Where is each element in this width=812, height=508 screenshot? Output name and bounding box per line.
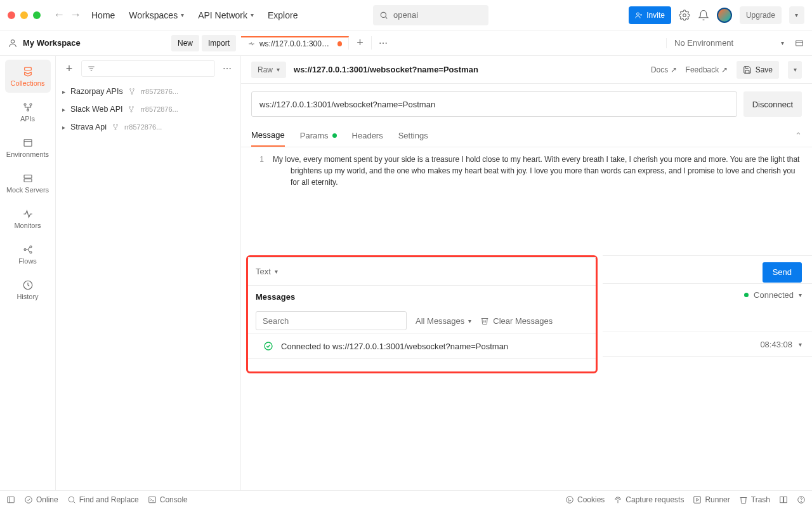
save-menu-button[interactable]: ▾ (788, 61, 802, 79)
clear-messages-button[interactable]: Clear Messages (480, 316, 553, 326)
invite-button[interactable]: Invite (629, 6, 671, 24)
svg-point-2 (637, 13, 639, 15)
environment-selector[interactable]: No Environment (674, 38, 733, 48)
chevron-down-icon: ▾ (277, 66, 280, 73)
tab-options-button[interactable] (372, 36, 395, 50)
svg-point-35 (131, 111, 132, 112)
messages-filter[interactable]: All Messages▾ (416, 316, 471, 326)
nav-forward-icon[interactable]: → (70, 8, 81, 22)
collections-options-button[interactable] (219, 64, 235, 74)
upgrade-menu-button[interactable]: ▾ (789, 6, 804, 24)
svg-point-47 (566, 496, 573, 503)
docs-link[interactable]: Docs ↗ (651, 65, 677, 74)
notifications-icon[interactable] (698, 10, 709, 21)
chevron-down-icon[interactable]: ▾ (799, 291, 802, 298)
svg-rect-40 (8, 497, 15, 502)
new-tab-button[interactable]: + (349, 36, 372, 50)
search-icon (379, 11, 388, 20)
filter-collections-input[interactable] (81, 60, 215, 77)
nav-workspaces[interactable]: Workspaces▾ (129, 10, 184, 20)
settings-icon[interactable] (679, 10, 690, 21)
tab-params[interactable]: Params (300, 124, 337, 147)
chevron-right-icon: ▸ (62, 88, 65, 95)
nav-back-icon[interactable]: ← (53, 8, 65, 22)
svg-rect-19 (24, 178, 32, 182)
upgrade-button[interactable]: Upgrade (740, 6, 782, 24)
messages-search-input[interactable] (256, 311, 407, 330)
capture-requests-button[interactable]: Capture requests (613, 495, 684, 504)
tab-settings[interactable]: Settings (398, 124, 428, 147)
create-collection-button[interactable]: + (61, 60, 77, 77)
workspace-name[interactable]: My Workspace (8, 38, 81, 48)
svg-line-1 (386, 17, 388, 18)
save-button[interactable]: Save (737, 61, 779, 79)
sidebar-item-apis[interactable]: APIs (0, 94, 55, 130)
collection-item[interactable]: ▸ Strava Api rr8572876... (56, 118, 240, 136)
request-tab[interactable]: ws://127.0.0.1:3001/wet (241, 36, 349, 50)
nav-home[interactable]: Home (91, 10, 115, 20)
chevron-down-icon: ▾ (181, 11, 184, 18)
sidebar-item-monitors[interactable]: Monitors (0, 201, 55, 236)
svg-rect-45 (149, 497, 156, 502)
more-icon (378, 38, 388, 48)
success-icon (263, 341, 273, 351)
svg-point-33 (129, 107, 131, 108)
collection-item[interactable]: ▸ Slack Web API rr8572876... (56, 100, 240, 118)
console-button[interactable]: Console (148, 495, 188, 504)
svg-point-42 (25, 496, 32, 503)
find-replace-button[interactable]: Find and Replace (67, 495, 139, 504)
more-icon (222, 64, 232, 74)
sidebar-item-history[interactable]: History (0, 272, 55, 307)
url-input[interactable] (251, 91, 737, 117)
nav-api-network[interactable]: API Network▾ (198, 10, 254, 20)
collapse-pane-icon[interactable]: ⌃ (795, 131, 802, 140)
disconnect-button[interactable]: Disconnect (743, 91, 802, 117)
svg-point-14 (30, 104, 32, 105)
environment-quicklook-icon[interactable] (794, 38, 804, 48)
new-button[interactable]: New (171, 35, 199, 51)
global-search-input[interactable]: openai (373, 5, 488, 25)
apis-icon (22, 102, 34, 113)
feedback-link[interactable]: Feedback ↗ (686, 65, 728, 74)
sidebar-item-environments[interactable]: Environments (0, 130, 55, 165)
close-window-icon[interactable] (8, 11, 15, 19)
cookies-button[interactable]: Cookies (565, 495, 605, 504)
maximize-window-icon[interactable] (33, 11, 41, 19)
fork-icon (112, 123, 119, 131)
svg-point-21 (30, 246, 32, 248)
chevron-down-icon: ▾ (468, 318, 471, 324)
toggle-sidebar-button[interactable] (6, 495, 15, 504)
message-log-row[interactable]: Connected to ws://127.0.0.1:3001/websock… (248, 333, 596, 359)
svg-point-49 (570, 500, 571, 500)
sidebar-item-mock-servers[interactable]: Mock Servers (0, 165, 55, 201)
svg-point-28 (226, 68, 228, 69)
sidebar-item-flows[interactable]: Flows (0, 236, 55, 272)
protocol-selector[interactable]: Raw▾ (251, 62, 286, 78)
svg-rect-55 (784, 497, 787, 502)
svg-line-44 (73, 501, 75, 503)
tab-message[interactable]: Message (251, 124, 285, 147)
online-status[interactable]: Online (24, 495, 58, 504)
sidebar-item-collections[interactable]: Collections (0, 58, 55, 94)
chevron-down-icon[interactable]: ▾ (799, 341, 802, 348)
avatar[interactable] (717, 8, 732, 23)
runner-button[interactable]: Runner (693, 495, 730, 504)
trash-button[interactable]: Trash (739, 495, 770, 504)
tab-headers[interactable]: Headers (352, 124, 383, 147)
send-button[interactable]: Send (763, 262, 802, 283)
window-controls (8, 11, 41, 19)
svg-point-43 (69, 497, 74, 502)
layout-toggle-button[interactable] (779, 495, 788, 504)
message-format-selector[interactable]: Text▾ (256, 267, 278, 276)
message-editor[interactable]: 1 My love, every moment spent by your si… (241, 147, 812, 255)
collection-item[interactable]: ▸ Razorpay APIs rr8572876... (56, 83, 240, 100)
import-button[interactable]: Import (202, 35, 236, 51)
unsaved-indicator-icon (337, 41, 342, 46)
help-button[interactable] (797, 495, 806, 504)
svg-rect-10 (796, 41, 803, 46)
nav-explore[interactable]: Explore (268, 10, 298, 20)
minimize-window-icon[interactable] (20, 11, 28, 19)
svg-point-32 (131, 93, 133, 95)
messages-panel-highlight: Text▾ Messages All Messages▾ Clear Messa… (246, 255, 598, 373)
connected-indicator-icon (744, 293, 749, 297)
